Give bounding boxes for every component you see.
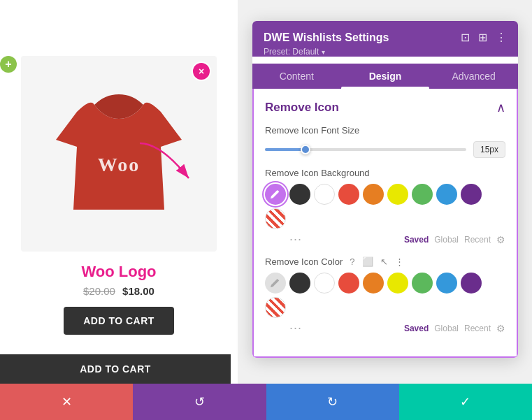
background-color-row: Remove Icon Background · bbox=[265, 168, 505, 247]
expand-icon[interactable]: ⊡ bbox=[461, 31, 470, 44]
color-pen-swatch[interactable] bbox=[265, 273, 286, 294]
svg-text:Woo: Woo bbox=[98, 154, 140, 175]
background-pen-swatch[interactable] bbox=[265, 184, 286, 205]
color-swatch-striped[interactable] bbox=[265, 297, 286, 318]
font-size-setting: Remove Icon Font Size 15px bbox=[265, 125, 505, 158]
color-swatch-black[interactable] bbox=[289, 273, 310, 294]
font-size-value[interactable]: 15px bbox=[473, 141, 505, 158]
color-global-label[interactable]: Global bbox=[434, 324, 459, 333]
swatch-striped[interactable] bbox=[265, 208, 286, 229]
slider-fill bbox=[265, 148, 305, 151]
swatch-settings-icon[interactable]: ⚙ bbox=[496, 234, 505, 245]
swatch-white[interactable] bbox=[314, 184, 335, 205]
swatch-yellow[interactable] bbox=[387, 184, 408, 205]
pen-icon bbox=[271, 189, 280, 199]
tshirt-image: Woo bbox=[35, 70, 203, 238]
color-swatch-green[interactable] bbox=[412, 273, 433, 294]
background-label: Remove Icon Background bbox=[265, 168, 505, 178]
panel-header: DWE Wishlists Settings ⊡ ⊞ ⋮ Preset: Def… bbox=[252, 21, 518, 57]
swatch-red[interactable] bbox=[338, 184, 359, 205]
product-old-price: $20.00 bbox=[83, 285, 115, 297]
toolbar-close-button[interactable]: ✕ bbox=[0, 384, 133, 420]
color-swatch-yellow[interactable] bbox=[387, 273, 408, 294]
font-size-label: Remove Icon Font Size bbox=[265, 125, 505, 136]
section-header: Remove Icon ∧ bbox=[265, 100, 505, 115]
panel-title-row: DWE Wishlists Settings ⊡ ⊞ ⋮ bbox=[264, 31, 507, 44]
cursor-icon[interactable]: ↖ bbox=[380, 256, 388, 267]
color-row: Remove Icon Color ? ⬜ ↖ ⋮ bbox=[265, 256, 505, 335]
section-title: Remove Icon bbox=[265, 101, 339, 115]
product-card: Woo × Woo Logo $20.00 $18.00 Add to Cart bbox=[21, 56, 217, 335]
panel-header-icons: ⊡ ⊞ ⋮ bbox=[461, 31, 507, 44]
toolbar-save-button[interactable]: ✓ bbox=[399, 384, 532, 420]
swatch-dots-icon[interactable]: ··· bbox=[289, 232, 302, 247]
menu-icon[interactable]: ⋮ bbox=[395, 256, 404, 267]
color-swatch-settings-icon[interactable]: ⚙ bbox=[496, 323, 505, 334]
color-swatch-red[interactable] bbox=[338, 273, 359, 294]
more-icon[interactable]: ⋮ bbox=[496, 31, 507, 44]
swatch-black[interactable] bbox=[289, 184, 310, 205]
tab-advanced[interactable]: Advanced bbox=[429, 64, 518, 89]
swatch-green[interactable] bbox=[412, 184, 433, 205]
swatch-purple[interactable] bbox=[461, 184, 482, 205]
add-to-cart-button[interactable]: Add to Cart bbox=[64, 307, 174, 335]
global-label[interactable]: Global bbox=[434, 235, 459, 245]
color-label: Remove Icon Color bbox=[265, 256, 343, 267]
background-swatch-meta: ··· Saved Global Recent ⚙ bbox=[265, 232, 505, 247]
tab-design[interactable]: Design bbox=[341, 64, 430, 89]
color-swatch-dots-icon[interactable]: ··· bbox=[289, 321, 302, 335]
add-to-cart-bottom-bar[interactable]: Add to Cart bbox=[0, 354, 231, 384]
color-label-row: Remove Icon Color ? ⬜ ↖ ⋮ bbox=[265, 256, 505, 267]
bottom-toolbar: ✕ ↺ ↻ ✓ bbox=[0, 384, 532, 420]
slider-thumb[interactable] bbox=[301, 145, 310, 154]
tab-content[interactable]: Content bbox=[252, 64, 341, 89]
color-swatches bbox=[265, 273, 505, 318]
product-prices: $20.00 $18.00 bbox=[21, 285, 217, 297]
color-swatch-blue[interactable] bbox=[436, 273, 457, 294]
toolbar-redo-button[interactable]: ↻ bbox=[266, 384, 399, 420]
color-saved-label[interactable]: Saved bbox=[404, 324, 429, 333]
recent-label[interactable]: Recent bbox=[464, 235, 491, 245]
color-swatch-purple[interactable] bbox=[461, 273, 482, 294]
swatch-orange[interactable] bbox=[363, 184, 384, 205]
font-size-slider-track[interactable] bbox=[265, 148, 466, 151]
background-swatches bbox=[265, 184, 505, 229]
font-size-slider-row: 15px bbox=[265, 141, 505, 158]
product-new-price: $18.00 bbox=[122, 285, 154, 297]
wishlist-remove-btn[interactable]: × bbox=[192, 61, 211, 81]
layout-icon[interactable]: ⊞ bbox=[478, 31, 487, 44]
help-icon[interactable]: ? bbox=[350, 256, 354, 267]
toolbar-undo-button[interactable]: ↺ bbox=[133, 384, 266, 420]
plus-button[interactable]: + bbox=[0, 56, 17, 73]
color-swatch-orange[interactable] bbox=[363, 273, 384, 294]
color-recent-label[interactable]: Recent bbox=[464, 324, 491, 333]
collapse-icon[interactable]: ∧ bbox=[496, 100, 505, 115]
pen-gray-icon bbox=[271, 278, 280, 288]
mobile-icon[interactable]: ⬜ bbox=[362, 256, 373, 267]
color-swatch-meta: ··· Saved Global Recent ⚙ bbox=[265, 321, 505, 335]
color-swatch-white[interactable] bbox=[314, 273, 335, 294]
saved-label[interactable]: Saved bbox=[404, 235, 429, 245]
panel-title: DWE Wishlists Settings bbox=[264, 31, 389, 44]
settings-panel: DWE Wishlists Settings ⊡ ⊞ ⋮ Preset: Def… bbox=[252, 21, 518, 358]
panel-preset[interactable]: Preset: Default ▾ bbox=[264, 47, 507, 57]
preset-arrow-icon: ▾ bbox=[322, 48, 325, 56]
product-title: Woo Logo bbox=[21, 263, 217, 281]
panel-body: Remove Icon ∧ Remove Icon Font Size 15px… bbox=[252, 89, 518, 358]
panel-tabs: Content Design Advanced bbox=[252, 64, 518, 89]
swatch-blue[interactable] bbox=[436, 184, 457, 205]
product-image: Woo × bbox=[21, 56, 217, 252]
